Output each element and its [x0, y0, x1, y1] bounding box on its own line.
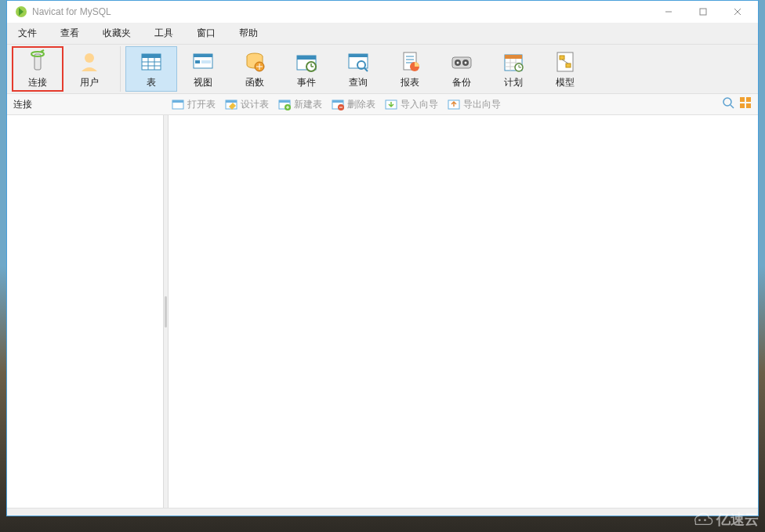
svg-rect-26	[349, 54, 368, 57]
main-toolbar: 连接 用户 表 视图	[7, 45, 758, 93]
svg-point-7	[85, 53, 94, 63]
search-icon[interactable]	[722, 96, 734, 112]
new-table-action[interactable]: 新建表	[275, 96, 325, 113]
close-button[interactable]	[720, 1, 755, 23]
function-icon	[242, 49, 267, 74]
content-area	[7, 115, 758, 508]
design-table-label: 设计表	[241, 98, 269, 111]
tool-group-connection: 连接 用户	[7, 46, 121, 92]
svg-rect-53	[172, 100, 183, 103]
menu-help[interactable]: 帮助	[234, 24, 263, 43]
svg-rect-49	[560, 56, 564, 60]
query-label: 查询	[349, 76, 368, 89]
open-table-action[interactable]: 打开表	[169, 96, 219, 113]
splitter[interactable]	[164, 115, 169, 508]
sub-actions: 打开表 设计表 新建表 删除表 导入向导 导出向导	[164, 96, 716, 113]
svg-rect-16	[195, 60, 200, 63]
sub-right-tools	[716, 96, 758, 112]
report-button[interactable]: 报表	[384, 46, 436, 92]
menu-file[interactable]: 文件	[13, 24, 42, 43]
svg-rect-71	[740, 103, 745, 108]
schedule-label: 计划	[504, 76, 523, 89]
svg-line-68	[731, 105, 734, 108]
backup-label: 备份	[452, 76, 471, 89]
object-list[interactable]	[169, 115, 758, 508]
connect-button[interactable]: 连接	[12, 46, 63, 92]
import-wizard-action[interactable]: 导入向导	[382, 96, 441, 113]
import-wizard-label: 导入向导	[401, 98, 438, 111]
function-label: 函数	[245, 76, 264, 89]
design-table-action[interactable]: 设计表	[222, 96, 272, 113]
svg-rect-15	[194, 54, 212, 57]
sub-toolbar: 连接 打开表 设计表 新建表 删除表 导入向导	[7, 93, 758, 115]
svg-rect-2	[700, 9, 706, 15]
window-controls	[651, 1, 755, 23]
query-button[interactable]: 查询	[332, 46, 384, 92]
connection-tree[interactable]	[7, 115, 164, 508]
table-label: 表	[147, 76, 156, 89]
model-label: 模型	[556, 76, 575, 89]
user-icon	[77, 49, 102, 74]
view-icon	[190, 49, 216, 74]
schedule-button[interactable]: 计划	[488, 46, 539, 92]
model-icon	[553, 49, 578, 74]
window-title: Navicat for MySQL	[32, 6, 651, 17]
title-bar: Navicat for MySQL	[7, 1, 758, 23]
svg-rect-62	[332, 100, 343, 103]
svg-point-67	[723, 98, 731, 106]
event-label: 事件	[297, 76, 316, 89]
svg-point-37	[457, 61, 459, 63]
new-table-icon	[278, 98, 291, 110]
menu-favorites[interactable]: 收藏夹	[98, 24, 136, 43]
app-icon	[15, 5, 27, 18]
menu-window[interactable]: 窗口	[192, 24, 220, 43]
menu-bar: 文件 查看 收藏夹 工具 窗口 帮助	[7, 23, 758, 45]
report-icon	[397, 49, 422, 74]
table-icon	[139, 49, 164, 74]
tool-group-objects: 表 视图 函数 事件	[121, 46, 596, 92]
sub-left-label: 连接	[7, 98, 164, 111]
view-label: 视图	[194, 76, 212, 89]
export-wizard-action[interactable]: 导出向导	[444, 96, 504, 113]
svg-rect-57	[279, 100, 290, 103]
svg-rect-50	[566, 63, 571, 67]
menu-tools[interactable]: 工具	[150, 24, 178, 43]
user-label: 用户	[80, 76, 99, 89]
backup-icon	[449, 49, 474, 74]
grid-view-icon[interactable]	[739, 96, 752, 112]
open-table-icon	[172, 98, 184, 110]
event-icon	[294, 49, 319, 74]
import-icon	[385, 98, 397, 110]
connect-icon	[25, 49, 50, 74]
watermark-text: 亿速云	[716, 510, 759, 529]
model-button[interactable]: 模型	[539, 46, 591, 92]
query-icon	[346, 49, 371, 74]
maximize-button[interactable]	[686, 1, 720, 23]
new-table-label: 新建表	[294, 98, 322, 111]
export-icon	[448, 98, 460, 110]
svg-point-38	[465, 61, 467, 63]
svg-rect-17	[201, 60, 211, 63]
minimize-button[interactable]	[651, 1, 686, 23]
svg-rect-40	[505, 55, 522, 59]
svg-point-73	[698, 519, 701, 521]
user-button[interactable]: 用户	[63, 46, 115, 92]
delete-table-action[interactable]: 删除表	[328, 96, 379, 113]
event-button[interactable]: 事件	[281, 46, 332, 92]
svg-rect-72	[746, 103, 751, 108]
watermark-icon	[691, 512, 713, 527]
function-button[interactable]: 函数	[229, 46, 281, 92]
table-button[interactable]: 表	[125, 46, 177, 92]
delete-table-icon	[332, 98, 344, 110]
schedule-icon	[501, 49, 526, 74]
backup-button[interactable]: 备份	[436, 46, 488, 92]
menu-view[interactable]: 查看	[56, 24, 84, 43]
status-bar	[7, 508, 758, 516]
design-table-icon	[225, 98, 237, 110]
svg-rect-69	[740, 97, 745, 102]
view-button[interactable]: 视图	[177, 46, 229, 92]
svg-rect-21	[297, 56, 316, 60]
svg-line-28	[364, 68, 368, 71]
svg-rect-55	[226, 100, 237, 103]
svg-point-74	[704, 519, 706, 521]
